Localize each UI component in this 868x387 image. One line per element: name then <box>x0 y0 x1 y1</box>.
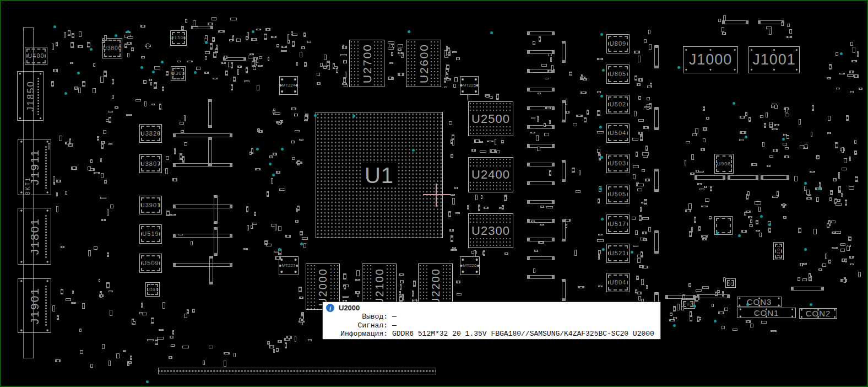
component-mt226[interactable]: MT226 <box>460 256 480 275</box>
test-point[interactable] <box>600 95 603 98</box>
component-j1001[interactable]: J1001 <box>748 46 800 73</box>
test-point[interactable] <box>840 52 843 55</box>
component-j1000[interactable]: J1000 <box>683 46 738 73</box>
component-u3807[interactable]: U3807 <box>139 154 162 173</box>
test-point[interactable] <box>53 25 56 28</box>
test-point[interactable] <box>314 114 317 117</box>
component-u804[interactable]: U804 <box>606 273 630 292</box>
component-u503[interactable]: U503 <box>606 154 630 173</box>
test-point[interactable] <box>115 34 117 37</box>
test-point[interactable] <box>205 41 208 44</box>
test-point[interactable] <box>602 69 605 72</box>
component-j1850[interactable]: J1850 <box>17 71 44 121</box>
component-mt227[interactable]: MT227 <box>279 256 299 275</box>
test-point[interactable] <box>278 248 281 251</box>
test-point[interactable] <box>272 174 275 176</box>
component-u505[interactable]: U505 <box>606 185 630 204</box>
component-u517[interactable]: U517 <box>606 214 630 234</box>
component-u805[interactable]: U805 <box>606 64 630 84</box>
test-point[interactable] <box>490 31 493 34</box>
component[interactable] <box>158 368 436 374</box>
component-u519[interactable]: U519 <box>139 224 162 244</box>
test-point[interactable] <box>810 303 812 306</box>
test-point[interactable] <box>140 66 143 69</box>
test-point[interactable] <box>77 72 80 74</box>
test-point[interactable] <box>733 102 735 105</box>
test-point[interactable] <box>714 320 717 322</box>
test-point[interactable] <box>673 324 676 327</box>
component-j1801[interactable]: J1801 <box>18 208 51 265</box>
component-u2600[interactable]: U2600 <box>406 40 441 87</box>
component-u3800[interactable]: U3800 <box>102 38 122 58</box>
test-point[interactable] <box>412 149 415 152</box>
test-point[interactable] <box>601 218 604 221</box>
component-con2[interactable]: CON2 <box>799 308 837 319</box>
component-u2700[interactable]: U2700 <box>349 40 384 87</box>
component-u2400[interactable]: U2400 <box>468 157 513 192</box>
component-u201[interactable]: U201 <box>773 242 784 260</box>
component-u400[interactable]: U400 <box>25 47 47 65</box>
component-u809[interactable]: U809 <box>606 34 630 53</box>
resistor-array <box>173 263 232 267</box>
component-mt224[interactable]: MT224 <box>279 76 298 95</box>
component-u504[interactable]: U504 <box>606 123 630 143</box>
passive-component <box>638 132 643 135</box>
test-point[interactable] <box>152 71 155 73</box>
component-j1901[interactable]: J1901 <box>18 278 51 333</box>
test-point[interactable] <box>269 163 272 165</box>
test-point[interactable] <box>600 156 603 159</box>
component-u1[interactable]: U1 <box>316 112 443 238</box>
test-point[interactable] <box>64 92 67 95</box>
test-point[interactable] <box>768 223 771 226</box>
component-u309[interactable]: U309 <box>145 282 160 297</box>
test-point[interactable] <box>745 136 747 138</box>
component-mt225[interactable]: MT225 <box>460 76 479 95</box>
component-u2300[interactable]: U2300 <box>468 213 513 248</box>
component-u3901[interactable]: U3901 <box>139 196 162 214</box>
test-point[interactable] <box>716 232 719 234</box>
test-point[interactable] <box>408 30 410 33</box>
passive-component <box>399 296 403 302</box>
component-u906[interactable]: U906 <box>714 154 734 174</box>
test-point[interactable] <box>760 215 763 218</box>
test-point[interactable] <box>804 248 807 251</box>
component-u3826[interactable]: U3826 <box>139 124 162 143</box>
test-point[interactable] <box>281 148 284 150</box>
test-point[interactable] <box>352 115 355 117</box>
test-point[interactable] <box>818 187 821 190</box>
component-u509[interactable]: U509 <box>139 254 162 273</box>
test-point[interactable] <box>602 248 605 251</box>
test-point[interactable] <box>599 126 602 128</box>
test-point[interactable] <box>127 30 129 33</box>
boardview-canvas[interactable]: BKT1U400J1850J1911J1801J1901U3800U1306U3… <box>0 0 868 387</box>
component-con3[interactable]: CON3 <box>737 297 782 307</box>
passive-component <box>291 108 296 110</box>
test-point[interactable] <box>599 187 602 190</box>
test-point[interactable] <box>256 148 259 150</box>
component-u2500[interactable]: U2500 <box>468 101 513 136</box>
component-pu1[interactable]: PU1 <box>725 278 736 288</box>
test-point[interactable] <box>300 243 303 245</box>
passive-component <box>251 148 253 154</box>
component-j1911[interactable]: J1911 <box>18 139 51 195</box>
test-point[interactable] <box>804 182 807 185</box>
passive-component <box>689 231 692 238</box>
test-point[interactable] <box>782 138 785 141</box>
component-u1306[interactable]: U1306 <box>170 30 187 46</box>
test-point[interactable] <box>194 71 197 74</box>
passive-component <box>634 76 637 80</box>
component-con1[interactable]: CON1 <box>737 308 796 318</box>
test-point[interactable] <box>146 380 149 383</box>
test-point[interactable] <box>738 234 741 237</box>
test-point[interactable] <box>252 30 254 33</box>
passive-component <box>451 249 457 251</box>
test-point[interactable] <box>90 48 93 51</box>
test-point[interactable] <box>600 33 603 36</box>
component-u521[interactable]: U521 <box>606 244 630 263</box>
test-point[interactable] <box>677 66 680 69</box>
test-point[interactable] <box>631 251 633 254</box>
component-u303[interactable]: U303 <box>171 66 186 81</box>
component-u502[interactable]: U502 <box>606 95 630 114</box>
test-point[interactable] <box>693 305 696 308</box>
test-point[interactable] <box>161 61 164 63</box>
